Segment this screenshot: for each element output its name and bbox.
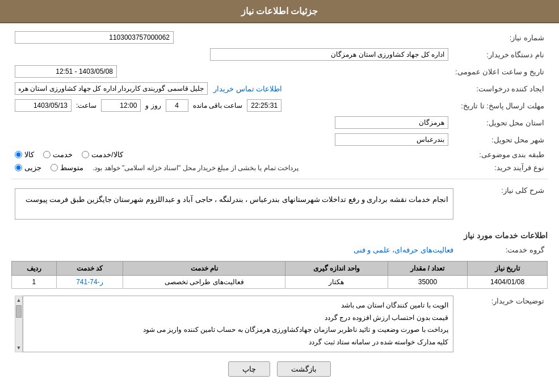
creator-input[interactable] [15, 82, 208, 95]
cell-unit: هکتار [285, 276, 388, 289]
back-button[interactable]: بازگشت [277, 361, 331, 377]
cell-service-code: ر-74-741 [56, 276, 123, 289]
page-title: جزئیات اطلاعات نیاز [241, 6, 318, 16]
col-unit: واحد اندازه گیری [285, 262, 388, 276]
service-table: تاریخ نیاز تعداد / مقدار واحد اندازه گیر… [11, 261, 548, 289]
cell-row-num: 1 [12, 276, 57, 289]
deadline-time-label: ساعت: [76, 102, 96, 109]
category-label: طبقه بندی موضوعی: [452, 148, 548, 161]
category-khadamat-text: خدمت [53, 150, 73, 159]
scroll-up-arrow[interactable]: ▲ [15, 296, 23, 304]
purchase-note-text: پرداخت تمام یا بخشی از مبلغ خریدار محل "… [93, 164, 299, 172]
purchase-motavaset-option[interactable]: متوسط [51, 163, 83, 172]
remaining-time-value: 22:25:31 [247, 99, 281, 112]
action-buttons: بازگشت چاپ [11, 361, 548, 377]
col-service-name: نام خدمت [123, 262, 285, 276]
col-date: تاریخ نیاز [468, 262, 548, 276]
category-kala-option[interactable]: کالا [15, 150, 34, 159]
buyer-org-input[interactable] [210, 48, 448, 61]
col-quantity: تعداد / مقدار [388, 262, 468, 276]
buyer-notes-box: الویت با تامین کنندگان استان می باشدقیمت… [23, 296, 453, 352]
category-kala-khadamat-text: کالا/خدمت [91, 150, 123, 159]
scroll-thumb[interactable] [16, 305, 22, 318]
remaining-label: ساعت باقی مانده [193, 102, 243, 109]
cell-quantity: 35000 [388, 276, 468, 289]
buyer-org-label: نام دستگاه خریدار: [452, 46, 548, 63]
service-group-value[interactable]: فعالیت‌های حرفه‌ای، علمی و فنی [354, 246, 453, 254]
category-kala-text: کالا [24, 150, 34, 159]
col-service-code: کد خدمت [56, 262, 123, 276]
separator-1 [11, 179, 548, 179]
contact-link[interactable]: اطلاعات تماس خریدار [213, 85, 282, 93]
service-group-label: گروه خدمت: [457, 243, 548, 256]
category-khadamat-option[interactable]: خدمت [43, 150, 73, 159]
cell-service-name: فعالیت‌های طراحی تخصصی [123, 276, 285, 289]
deadline-date-input[interactable] [15, 99, 72, 112]
scroll-down-arrow[interactable]: ▼ [15, 344, 23, 352]
table-row: 1404/01/08 35000 هکتار فعالیت‌های طراحی … [12, 276, 548, 289]
need-description-box: انجام خدمات نقشه برداری و رفع تداخلات شه… [15, 188, 453, 220]
notes-line: کلیه مدارک خواسته شده در سامانه ستاد ثبت… [28, 336, 448, 349]
category-kala-khadamat-radio[interactable] [82, 151, 89, 158]
delivery-city-input[interactable] [335, 133, 448, 146]
delivery-province-input[interactable] [335, 116, 448, 129]
purchase-jozvi-radio[interactable] [15, 164, 22, 171]
creator-label: ایجاد کننده درخواست: [452, 80, 548, 97]
category-kala-khadamat-option[interactable]: کالا/خدمت [82, 150, 123, 159]
announcement-input[interactable] [15, 65, 117, 78]
notes-line: پرداخت با صورت وضعیت و تائید ناظربر سازم… [28, 324, 448, 336]
purchase-jozvi-text: جزیی [24, 163, 41, 172]
col-row-num: ردیف [12, 262, 57, 276]
purchase-type-label: نوع فرآیند خرید: [452, 161, 548, 174]
page-header: جزئیات اطلاعات نیاز [0, 0, 559, 23]
service-info-title: اطلاعات خدمات مورد نیاز [11, 231, 548, 240]
notes-line: الویت با تامین کنندگان استان می باشد [28, 300, 448, 312]
deadline-time-input[interactable] [101, 99, 141, 112]
notes-scrollbar[interactable]: ▲ ▼ [15, 296, 23, 352]
response-deadline-label: مهلت ارسال پاسخ: تا تاریخ: [452, 97, 548, 114]
notes-line: قیمت بدون احتساب ارزش افزوده درج گردد [28, 312, 448, 324]
purchase-motavaset-radio[interactable] [51, 164, 58, 171]
category-kala-radio[interactable] [15, 151, 22, 158]
days-label: روز و [145, 102, 161, 109]
purchase-motavaset-text: متوسط [60, 163, 83, 172]
need-description-label: شرح کلی نیاز: [457, 183, 548, 225]
buyer-notes-label: توضیحات خریدار: [457, 293, 548, 355]
need-number-label: شماره نیاز: [452, 29, 548, 46]
cell-date: 1404/01/08 [468, 276, 548, 289]
days-value: 4 [166, 99, 188, 112]
delivery-city-label: شهر محل تحویل: [452, 131, 548, 148]
announcement-label: تاریخ و ساعت اعلان عمومی: [452, 63, 548, 80]
category-khadamat-radio[interactable] [43, 151, 51, 158]
print-button[interactable]: چاپ [228, 361, 270, 377]
need-description-text: انجام خدمات نقشه برداری و رفع تداخلات شه… [26, 195, 448, 204]
purchase-jozvi-option[interactable]: جزیی [15, 163, 41, 172]
need-number-input[interactable] [15, 31, 174, 44]
delivery-province-label: استان محل تحویل: [452, 114, 548, 131]
